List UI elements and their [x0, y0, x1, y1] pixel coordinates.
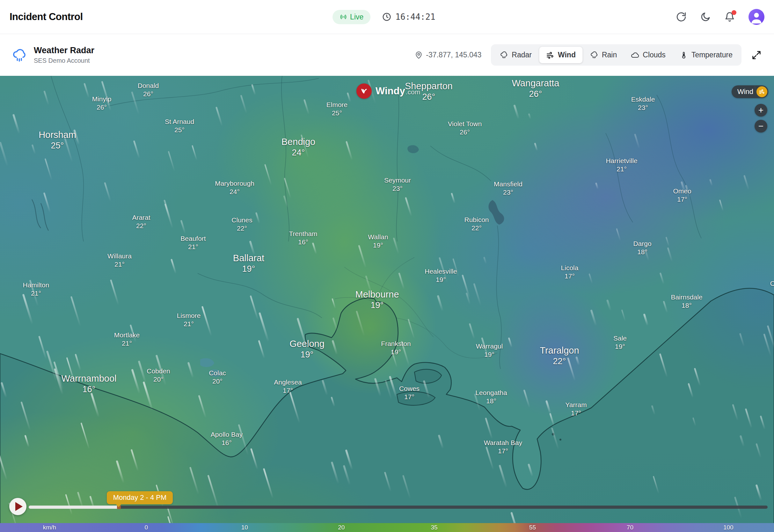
avatar[interactable]	[749, 9, 764, 25]
layer-tab-label: Temperature	[691, 51, 733, 59]
refresh-button[interactable]	[676, 11, 687, 22]
play-icon	[15, 502, 23, 511]
play-button[interactable]	[9, 498, 26, 515]
page-toolbar: Weather Radar SES Demo Account -37.877, …	[0, 34, 774, 76]
page-subtitle: SES Demo Account	[34, 57, 94, 64]
legend-tick: 100	[723, 524, 734, 531]
app-header: Incident Control Live 16:44:21	[0, 0, 774, 34]
legend-tick: 0	[145, 524, 148, 531]
cloud-rain-icon	[500, 51, 508, 59]
legend-tick: 20	[338, 524, 344, 531]
layer-switcher: RadarWindRainCloudsTemperature	[491, 44, 741, 66]
moon-icon	[700, 11, 711, 22]
refresh-icon	[676, 11, 687, 22]
notifications-button[interactable]	[724, 11, 735, 22]
layer-tab-label: Radar	[512, 51, 532, 59]
live-badge-label: Live	[350, 13, 363, 21]
layer-tab-label: Rain	[602, 51, 617, 59]
notification-dot	[732, 10, 736, 15]
expand-icon	[751, 50, 762, 61]
windy-brand-suffix: .com	[406, 88, 421, 96]
legend-tick: 35	[431, 524, 438, 531]
layer-tab-temperature[interactable]: Temperature	[673, 47, 739, 63]
layer-tab-radar[interactable]: Radar	[493, 47, 539, 63]
map-coordinates: -37.877, 145.043	[415, 51, 481, 59]
map-vector-features	[0, 76, 774, 532]
cloud-rain-icon	[12, 48, 27, 62]
clock-icon	[382, 12, 392, 22]
overlay-layer-chip[interactable]: Wind	[732, 85, 768, 98]
coordinates-value: -37.877, 145.043	[426, 51, 481, 59]
clock: 16:44:21	[382, 12, 435, 22]
layer-tab-label: Wind	[558, 51, 576, 59]
wind-icon	[546, 51, 554, 59]
timeline-slider[interactable]	[29, 506, 768, 509]
user-icon	[749, 9, 764, 25]
zoom-in-button[interactable]: +	[755, 104, 767, 117]
layer-tab-clouds[interactable]: Clouds	[624, 47, 672, 63]
wind-icon	[756, 86, 767, 97]
live-badge: Live	[332, 10, 370, 24]
legend-unit: km/h	[43, 524, 56, 531]
cloud-rain-icon	[590, 51, 598, 59]
app-title: Incident Control	[10, 11, 83, 23]
timeline-progress	[29, 506, 119, 509]
map-pin-icon	[415, 51, 423, 59]
map-canvas[interactable]: Donald26°Minyip26°Horsham25°St Arnaud25°…	[0, 76, 774, 532]
thermometer-icon	[680, 51, 688, 59]
cloud-icon	[631, 51, 639, 59]
zoom-out-button[interactable]: −	[755, 120, 767, 133]
fullscreen-button[interactable]	[751, 50, 762, 61]
legend-tick: 70	[627, 524, 633, 531]
plus-icon: +	[758, 105, 763, 115]
timeline-time-badge: Monday 2 - 4 PM	[107, 491, 173, 504]
wind-speed-legend: km/h01020355570100	[0, 523, 774, 532]
minus-icon: −	[758, 121, 763, 131]
layer-tab-label: Clouds	[643, 51, 666, 59]
theme-toggle-button[interactable]	[700, 11, 711, 22]
legend-tick: 10	[241, 524, 248, 531]
layer-tab-wind[interactable]: Wind	[539, 47, 583, 63]
page-title: Weather Radar	[34, 46, 94, 55]
layer-tab-rain[interactable]: Rain	[583, 47, 624, 63]
overlay-layer-label: Wind	[737, 88, 753, 96]
broadcast-icon	[339, 13, 347, 21]
windy-logo-icon	[356, 83, 372, 99]
clock-time: 16:44:21	[395, 12, 435, 22]
windy-brand: Windy	[375, 85, 405, 97]
windy-attribution[interactable]: Windy.com	[356, 83, 420, 99]
legend-tick: 55	[529, 524, 536, 531]
